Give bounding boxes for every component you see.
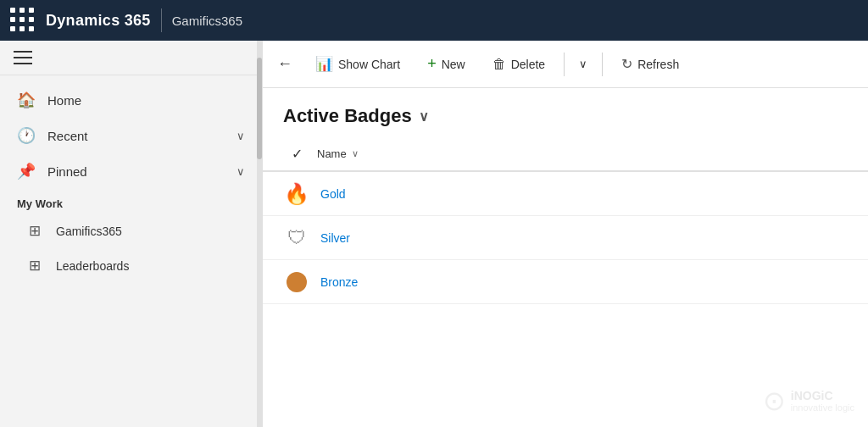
- sidebar-item-recent[interactable]: 🕐 Recent ∨: [0, 118, 262, 153]
- content-area: ← 📊 Show Chart + New 🗑 Delete ∨ ↻ Refres…: [263, 41, 868, 427]
- sidebar-label-leaderboards: Leaderboards: [56, 259, 129, 273]
- sidebar-nav: 🏠 Home 🕐 Recent ∨ 📌 Pinned ∨ My Work ⊞ G…: [0, 75, 262, 290]
- gold-icon: 🔥: [283, 182, 310, 206]
- chart-icon: 📊: [315, 55, 333, 73]
- hamburger-icon[interactable]: [14, 51, 32, 64]
- sidebar: 🏠 Home 🕐 Recent ∨ 📌 Pinned ∨ My Work ⊞ G…: [0, 41, 263, 427]
- plus-icon: +: [427, 55, 437, 73]
- name-sort-icon: ∨: [352, 148, 359, 159]
- svg-point-0: [287, 272, 307, 292]
- table-row[interactable]: Bronze: [263, 260, 868, 304]
- watermark-brand: iNOGiC: [791, 389, 854, 402]
- name-column-header[interactable]: Name ∨: [310, 144, 365, 164]
- sidebar-item-home[interactable]: 🏠 Home: [0, 82, 262, 118]
- show-chart-button[interactable]: 📊 Show Chart: [303, 47, 412, 81]
- watermark-icon: ⊙: [763, 385, 786, 417]
- app-grid-button[interactable]: [10, 8, 36, 33]
- sidebar-top: [0, 41, 262, 75]
- top-bar-subtitle: Gamifics365: [172, 14, 242, 28]
- sidebar-label-pinned: Pinned: [47, 164, 225, 179]
- refresh-button[interactable]: ↻ Refresh: [609, 47, 691, 81]
- title-chevron-icon[interactable]: ∨: [419, 108, 429, 125]
- delete-label: Delete: [511, 58, 545, 71]
- sidebar-item-pinned[interactable]: 📌 Pinned ∨: [0, 153, 262, 189]
- app-title: Dynamics 365: [46, 12, 151, 30]
- delete-icon: 🗑: [492, 57, 506, 72]
- table-area: ✓ Name ∨ 🔥 Gold 🛡 Silver: [263, 137, 868, 427]
- silver-label[interactable]: Silver: [320, 231, 350, 245]
- watermark-text: innovative logic: [791, 402, 854, 413]
- main-layout: 🏠 Home 🕐 Recent ∨ 📌 Pinned ∨ My Work ⊞ G…: [0, 41, 868, 427]
- content-title-row: Active Badges ∨: [283, 105, 848, 127]
- delete-button[interactable]: 🗑 Delete: [481, 47, 557, 81]
- bronze-icon: [283, 271, 310, 293]
- top-bar-divider: [161, 8, 162, 32]
- sidebar-item-leaderboards[interactable]: ⊞ Leaderboards: [0, 248, 262, 283]
- toolbar-divider: [564, 53, 565, 76]
- watermark: ⊙ iNOGiC innovative logic: [763, 385, 854, 417]
- leaderboards-icon: ⊞: [25, 257, 44, 274]
- toolbar-dropdown-button[interactable]: ∨: [571, 49, 595, 80]
- refresh-icon: ↻: [621, 56, 632, 72]
- sidebar-label-gamifics365: Gamifics365: [56, 225, 122, 238]
- gamifics-icon: ⊞: [25, 222, 44, 240]
- table-check-all[interactable]: ✓: [283, 146, 310, 162]
- table-row[interactable]: 🔥 Gold: [263, 172, 868, 216]
- chevron-down-icon-pinned: ∨: [236, 165, 245, 178]
- new-button[interactable]: + New: [415, 47, 477, 81]
- toolbar-divider-2: [602, 53, 603, 76]
- sidebar-scrollbar[interactable]: [257, 41, 262, 427]
- gold-label[interactable]: Gold: [320, 187, 346, 201]
- pin-icon: 📌: [17, 162, 36, 180]
- my-work-section-label: My Work: [0, 189, 262, 214]
- chevron-down-icon: ∨: [236, 130, 245, 142]
- clock-icon: 🕐: [17, 126, 36, 145]
- sidebar-scrollbar-thumb: [257, 58, 262, 159]
- sidebar-item-gamifics365[interactable]: ⊞ Gamifics365: [0, 214, 262, 248]
- page-title: Active Badges: [283, 105, 412, 127]
- content-header: Active Badges ∨: [263, 88, 868, 137]
- new-label: New: [442, 58, 465, 71]
- show-chart-label: Show Chart: [338, 58, 400, 71]
- toolbar: ← 📊 Show Chart + New 🗑 Delete ∨ ↻ Refres…: [263, 41, 868, 88]
- bronze-label[interactable]: Bronze: [320, 275, 358, 289]
- sidebar-label-home: Home: [47, 93, 245, 108]
- sidebar-label-recent: Recent: [47, 129, 225, 143]
- table-header: ✓ Name ∨: [263, 137, 868, 172]
- table-row[interactable]: 🛡 Silver: [263, 216, 868, 260]
- top-bar: Dynamics 365 Gamifics365: [0, 0, 868, 41]
- name-column-label: Name: [317, 147, 347, 160]
- silver-icon: 🛡: [283, 227, 310, 249]
- back-button[interactable]: ←: [270, 49, 300, 80]
- home-icon: 🏠: [17, 91, 36, 109]
- refresh-label: Refresh: [637, 58, 679, 71]
